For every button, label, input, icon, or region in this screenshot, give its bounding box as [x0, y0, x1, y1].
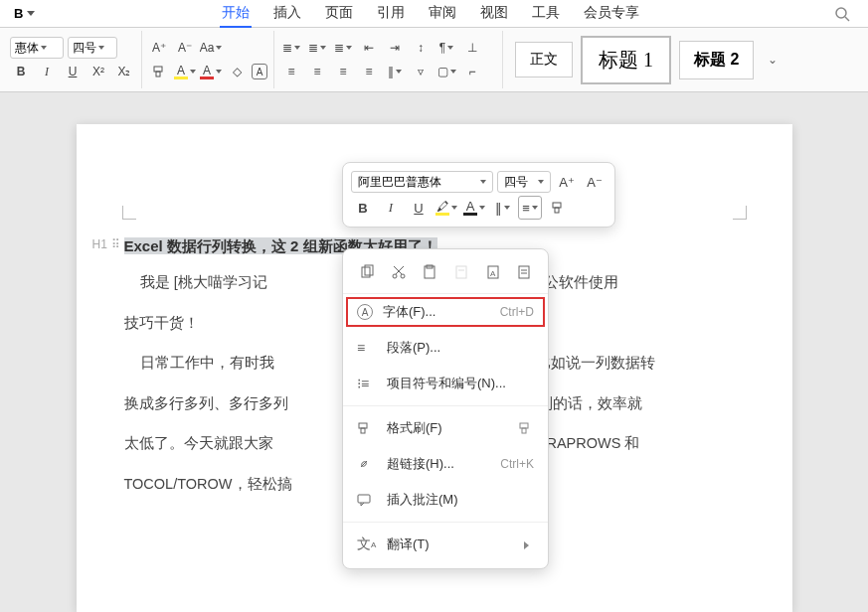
- tab-start[interactable]: 开始: [220, 0, 252, 28]
- list-icon: ⁝≡: [357, 376, 377, 391]
- line-spacing-button[interactable]: ‖: [384, 61, 406, 82]
- subscript-button[interactable]: X₂: [113, 61, 135, 82]
- chevron-down-icon: [216, 46, 222, 50]
- svg-point-0: [836, 8, 846, 18]
- indent-inc-button[interactable]: ⇥: [384, 37, 406, 59]
- mini-font-size-value: 四号: [504, 174, 528, 191]
- mini-font-family-select[interactable]: 阿里巴巴普惠体: [351, 171, 493, 193]
- paste-formula-icon-button[interactable]: [514, 261, 534, 283]
- paste-style-icon-button[interactable]: A: [483, 261, 503, 283]
- context-item-hyperlink[interactable]: 超链接(H)... Ctrl+K: [343, 446, 548, 482]
- context-label-paragraph: 段落(P)...: [387, 339, 534, 357]
- context-label-comment: 插入批注(M): [387, 491, 534, 509]
- mini-align-button[interactable]: ≡: [518, 196, 542, 220]
- mini-bold-button[interactable]: B: [351, 196, 375, 220]
- italic-button[interactable]: I: [36, 61, 58, 82]
- mini-highlight-button[interactable]: 🖍: [434, 196, 458, 220]
- text-p2: 技巧干货！: [124, 315, 199, 331]
- mini-toolbar: 阿里巴巴普惠体 四号 A⁺ A⁻ B I U 🖍 A ‖ ≡: [342, 162, 615, 228]
- sort-button[interactable]: ↕: [410, 37, 432, 59]
- cut-icon-button[interactable]: [389, 261, 409, 283]
- align-left-button[interactable]: ≡: [280, 61, 302, 82]
- svg-line-1: [845, 17, 849, 21]
- svg-rect-26: [358, 495, 370, 503]
- context-item-format-painter[interactable]: 格式刷(F): [343, 410, 548, 446]
- align-justify-button[interactable]: ≡: [358, 61, 380, 82]
- context-menu: A A 字体(F)... Ctrl+D ≡ 段落(P)... ⁝≡ 项目符号和编…: [342, 248, 549, 569]
- brush-icon: [357, 421, 377, 435]
- styles-more-button[interactable]: ⌄: [762, 53, 778, 67]
- font-inc-button[interactable]: A⁺: [148, 37, 170, 59]
- show-marks-button[interactable]: ¶: [435, 37, 457, 59]
- text-box-button[interactable]: A: [252, 64, 267, 79]
- mini-font-dec-button[interactable]: A⁻: [583, 170, 607, 194]
- tab-tools[interactable]: 工具: [530, 0, 562, 28]
- text-p3a: 日常工作中，有时我: [140, 355, 274, 371]
- context-item-font[interactable]: A 字体(F)... Ctrl+D: [343, 294, 548, 330]
- search-button[interactable]: [824, 6, 860, 22]
- shading-button[interactable]: ▿: [410, 61, 432, 82]
- underline-button[interactable]: U: [62, 61, 84, 82]
- context-shortcut-font: Ctrl+D: [500, 305, 534, 319]
- font-dec-button[interactable]: A⁻: [174, 37, 196, 59]
- align-center-button[interactable]: ≡: [306, 61, 328, 82]
- numbered-list-button[interactable]: ≣: [306, 37, 328, 59]
- bold-button[interactable]: B: [10, 61, 32, 82]
- context-item-bullets[interactable]: ⁝≡ 项目符号和编号(N)...: [343, 366, 548, 401]
- context-item-translate[interactable]: 文A 翻译(T): [343, 527, 548, 562]
- change-case-button[interactable]: Aa: [200, 37, 222, 59]
- font-family-select[interactable]: 惠体: [10, 37, 64, 59]
- tab-review[interactable]: 审阅: [427, 0, 458, 28]
- highlight-button[interactable]: A: [174, 61, 196, 82]
- chevron-down-icon: [479, 206, 485, 210]
- font-size-select[interactable]: 四号: [68, 37, 117, 59]
- svg-point-8: [393, 274, 397, 278]
- context-label-bullets: 项目符号和编号(N)...: [387, 375, 534, 392]
- multilevel-list-button[interactable]: ≣: [332, 37, 354, 59]
- style-heading2[interactable]: 标题 2: [679, 41, 754, 79]
- clipboard-icon: [422, 264, 437, 280]
- context-item-paragraph[interactable]: ≡ 段落(P)...: [343, 330, 548, 366]
- tab-insert[interactable]: 插入: [271, 0, 303, 28]
- indent-dec-button[interactable]: ⇤: [358, 37, 380, 59]
- copy-icon-button[interactable]: [357, 261, 377, 283]
- bold-dropdown[interactable]: B: [8, 6, 41, 21]
- tab-page[interactable]: 页面: [323, 0, 355, 28]
- paste-icon-button[interactable]: [420, 261, 439, 283]
- margin-mark-left-icon: [122, 206, 136, 220]
- svg-rect-18: [519, 266, 529, 278]
- mini-format-painter-button[interactable]: [546, 196, 570, 220]
- context-item-comment[interactable]: 插入批注(M): [343, 482, 548, 518]
- tab-stop-button[interactable]: ⊥: [461, 37, 483, 59]
- clear-format-button[interactable]: ◇: [226, 61, 248, 82]
- style-body[interactable]: 正文: [515, 42, 573, 77]
- search-icon: [834, 6, 850, 22]
- paragraph-dialog-button[interactable]: ⌐: [461, 61, 483, 82]
- svg-rect-2: [154, 67, 162, 72]
- tab-member[interactable]: 会员专享: [582, 0, 641, 28]
- align-right-button[interactable]: ≡: [332, 61, 354, 82]
- format-painter-button[interactable]: [148, 61, 170, 82]
- font-color-button[interactable]: A: [200, 61, 222, 82]
- copy-icon: [359, 264, 375, 280]
- borders-button[interactable]: ▢: [435, 61, 457, 82]
- tab-view[interactable]: 视图: [478, 0, 510, 28]
- chevron-down-icon: [320, 46, 326, 50]
- mini-italic-button[interactable]: I: [379, 196, 403, 220]
- superscript-button[interactable]: X²: [87, 61, 109, 82]
- chevron-down-icon: [447, 46, 453, 50]
- style-heading1[interactable]: 标题 1: [581, 36, 671, 84]
- paste-text-icon-button[interactable]: [451, 261, 471, 283]
- brush-icon: [551, 201, 565, 215]
- chevron-down-icon: [41, 46, 47, 50]
- mini-font-size-select[interactable]: 四号: [497, 171, 551, 193]
- bulleted-list-button[interactable]: ≣: [280, 37, 302, 59]
- mini-underline-button[interactable]: U: [407, 196, 431, 220]
- mini-font-inc-button[interactable]: A⁺: [555, 170, 579, 194]
- mini-line-spacing-button[interactable]: ‖: [490, 196, 514, 220]
- context-separator: [343, 522, 548, 523]
- drag-handle-icon: ⠿: [111, 237, 120, 251]
- outline-level-tag[interactable]: H1 ⠿: [92, 237, 120, 251]
- mini-font-color-button[interactable]: A: [462, 196, 486, 220]
- tab-reference[interactable]: 引用: [375, 0, 407, 28]
